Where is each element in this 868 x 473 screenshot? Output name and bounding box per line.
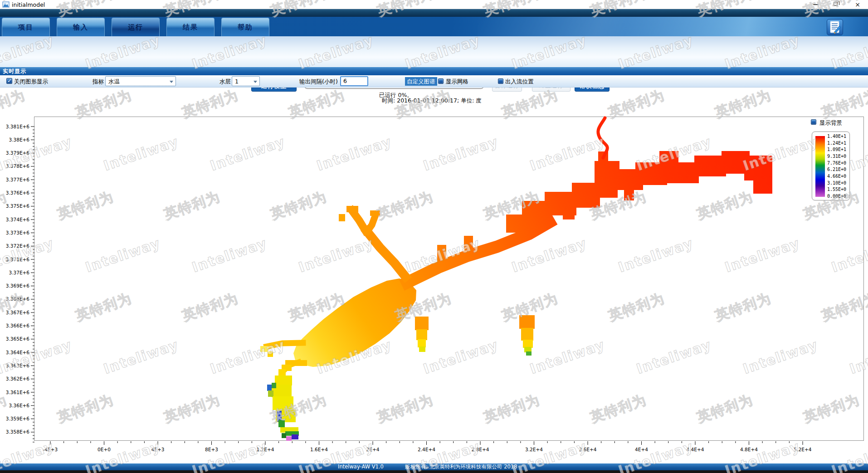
tab-input[interactable]: 输入 [57, 18, 105, 36]
svg-text:3.371E+6: 3.371E+6 [6, 257, 29, 262]
flow-positions-checkbox[interactable]: ✓ [498, 78, 503, 84]
svg-text:3.367E+6: 3.367E+6 [6, 310, 29, 315]
svg-text:4E+3: 4E+3 [151, 447, 165, 452]
title-bar: initialmodel — × [0, 0, 868, 9]
svg-text:2.8E+4: 2.8E+4 [472, 447, 489, 452]
app-icon [2, 1, 10, 8]
svg-text:3.372E+6: 3.372E+6 [6, 243, 29, 249]
svg-text:1.6E+4: 1.6E+4 [310, 447, 328, 452]
svg-text:2E+4: 2E+4 [366, 447, 380, 452]
custom-palette-button[interactable]: 自定义图谱 [405, 77, 437, 86]
show-grid-checkbox[interactable]: ✓ [438, 78, 444, 84]
svg-text:3.359E+6: 3.359E+6 [6, 416, 29, 421]
map-plot-area: -4E+30E+04E+38E+31.2E+41.6E+42E+42.4E+42… [34, 117, 864, 441]
show-background-checkbox[interactable]: ✓ [811, 119, 816, 125]
window-title: initialmodel [12, 1, 45, 8]
report-document-icon[interactable] [827, 19, 843, 35]
colorbar-gradient [815, 136, 825, 197]
svg-text:3.366E+6: 3.366E+6 [6, 323, 29, 328]
output-interval-input[interactable]: 6 [340, 76, 368, 86]
close-graph-checkbox[interactable]: ✓ [6, 78, 12, 84]
svg-text:3.358E+6: 3.358E+6 [6, 429, 29, 434]
document-pencil-icon [827, 20, 843, 35]
indicator-label: 指标 [93, 78, 104, 86]
svg-text:1.2E+4: 1.2E+4 [257, 447, 274, 452]
output-interval-label: 输出间隔(小时) [299, 78, 338, 86]
svg-text:3.379E+6: 3.379E+6 [6, 150, 29, 156]
colorbar-values: 1.40E+11.24E+11.09E+19.31E+07.76E+06.21E… [827, 134, 850, 199]
svg-text:2.4E+4: 2.4E+4 [418, 447, 435, 452]
svg-text:3.6E+4: 3.6E+4 [579, 447, 597, 452]
chevron-down-icon [170, 81, 173, 83]
svg-text:3.374E+6: 3.374E+6 [6, 217, 29, 222]
status-bar: Intelway-AW V1.0 版权所有: 北京英特利为环境科技有限公司 20… [0, 463, 868, 470]
copyright-text: 版权所有: 北京英特利为环境科技有限公司 2018 [405, 463, 517, 470]
check-icon: ✓ [7, 78, 12, 84]
svg-text:3.381E+6: 3.381E+6 [6, 124, 29, 129]
svg-text:4.4E+4: 4.4E+4 [687, 447, 704, 452]
svg-text:-4E+3: -4E+3 [43, 447, 58, 452]
svg-text:3.378E+6: 3.378E+6 [6, 163, 29, 169]
svg-text:3.363E+6: 3.363E+6 [6, 363, 29, 368]
svg-text:3.2E+4: 3.2E+4 [525, 447, 543, 452]
svg-text:3.361E+6: 3.361E+6 [6, 390, 29, 395]
tab-project[interactable]: 项目 [2, 18, 50, 36]
svg-text:4.8E+4: 4.8E+4 [740, 447, 758, 452]
svg-text:3.365E+6: 3.365E+6 [6, 336, 29, 341]
svg-text:3.377E+6: 3.377E+6 [6, 177, 29, 182]
svg-text:3.368E+6: 3.368E+6 [6, 296, 29, 302]
svg-text:3.38E+6: 3.38E+6 [9, 137, 30, 142]
indicator-dropdown[interactable]: 水温 [105, 76, 176, 86]
run-toolbar: 运行模型 已运行 0%。 暂停运行 终止运行 错误信息 [0, 36, 868, 67]
svg-text:3.375E+6: 3.375E+6 [6, 203, 29, 209]
colorbar-legend: 1.40E+11.24E+11.09E+19.31E+07.76E+06.21E… [812, 132, 850, 200]
flow-positions-label: 出入流位置 [505, 78, 534, 86]
svg-text:3.373E+6: 3.373E+6 [6, 230, 29, 235]
svg-text:3.36E+6: 3.36E+6 [9, 403, 30, 408]
layer-label: 水层 [219, 78, 231, 86]
tab-results[interactable]: 结果 [166, 18, 215, 36]
close-graph-label: 关闭图形显示 [14, 78, 48, 86]
simulation-time-text: 时间: 2016-01-01 12:00:17; 单位: 度 [382, 97, 482, 105]
indicator-value: 水温 [108, 78, 120, 86]
svg-text:3.37E+6: 3.37E+6 [9, 270, 30, 275]
svg-text:5.2E+4: 5.2E+4 [794, 447, 812, 452]
close-button[interactable]: × [848, 0, 867, 9]
svg-text:3.369E+6: 3.369E+6 [6, 283, 29, 288]
minimize-button[interactable]: — [806, 0, 825, 9]
show-background-label: 显示背景 [819, 119, 842, 127]
ribbon-top-band [0, 9, 868, 17]
svg-text:4E+4: 4E+4 [635, 447, 648, 452]
layer-value: 1 [235, 78, 239, 85]
tab-run[interactable]: 运行 [112, 18, 160, 36]
layer-dropdown[interactable]: 1 [232, 76, 260, 86]
svg-text:3.364E+6: 3.364E+6 [6, 350, 29, 355]
svg-text:8E+3: 8E+3 [205, 447, 218, 452]
taskbar-edge [0, 470, 868, 473]
tab-help[interactable]: 帮助 [221, 18, 269, 36]
realtime-controls-row: ✓ 关闭图形显示 指标 水温 水层 1 输出间隔(小时) 6 自定义图谱 ✓ 显… [0, 75, 868, 88]
svg-text:0E+0: 0E+0 [98, 447, 111, 452]
menu-tab-bar: 项目 输入 运行 结果 帮助 环评/预警 [0, 17, 868, 36]
restore-button[interactable] [834, 2, 838, 6]
realtime-display-header: 实时显示 [0, 67, 868, 75]
app-version-text: Intelway-AW V1.0 [338, 463, 384, 470]
svg-text:3.362E+6: 3.362E+6 [6, 376, 29, 381]
svg-text:3.376E+6: 3.376E+6 [6, 190, 29, 195]
temperature-heatmap [34, 117, 864, 441]
show-grid-label: 显示网格 [446, 78, 468, 86]
chevron-down-icon [254, 81, 257, 83]
